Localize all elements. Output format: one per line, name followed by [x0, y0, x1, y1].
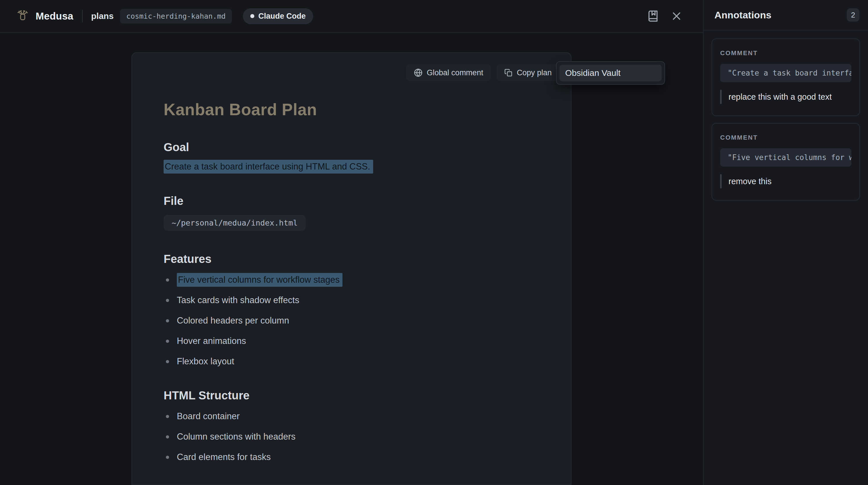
- document-title: Kanban Board Plan: [164, 100, 545, 119]
- app-title: Medusa: [36, 10, 73, 22]
- dropdown-item-obsidian-vault[interactable]: Obsidian Vault: [559, 65, 662, 81]
- save-to-vault-button[interactable]: [645, 8, 661, 24]
- agent-badge-label: Claude Code: [258, 12, 306, 21]
- goal-paragraph: Create a task board interface using HTML…: [164, 161, 545, 173]
- quoted-source-text: "Create a task board interfac…: [720, 64, 851, 82]
- annotations-header: Annotations 2: [704, 0, 868, 30]
- features-list: Five vertical columns for workflow stage…: [164, 274, 545, 367]
- document-actions: Global comment Copy plan: [132, 64, 559, 81]
- next-block-edge: [132, 484, 571, 485]
- globe-icon: [414, 68, 423, 77]
- list-item: Task cards with shadow effects: [164, 294, 545, 306]
- comment-card[interactable]: COMMENT "Five vertical columns for wo… r…: [712, 123, 860, 201]
- copy-icon: [504, 69, 513, 77]
- heading-features: Features: [164, 253, 545, 265]
- heading-goal: Goal: [164, 141, 545, 154]
- book-marked-icon: [647, 10, 659, 22]
- file-name-badge[interactable]: cosmic-herding-kahan.md: [120, 9, 232, 24]
- top-bar: Medusa plans cosmic-herding-kahan.md Cla…: [0, 0, 703, 33]
- medusa-logo-icon: [16, 9, 29, 23]
- content-area: Global comment Copy plan Kanban Board Pl…: [0, 33, 703, 485]
- topbar-divider: [82, 10, 83, 22]
- list-item: Board container: [164, 410, 545, 422]
- list-item: Colored headers per column: [164, 315, 545, 326]
- html-structure-list: Board container Column sections with hea…: [164, 410, 545, 463]
- annotations-panel: Annotations 2 COMMENT "Create a task boa…: [703, 0, 868, 485]
- app-root: Medusa plans cosmic-herding-kahan.md Cla…: [0, 0, 868, 485]
- comment-quote-bar: [720, 174, 722, 189]
- list-item: Hover animations: [164, 335, 545, 347]
- close-icon: [671, 11, 682, 22]
- plan-document: Global comment Copy plan Kanban Board Pl…: [131, 52, 571, 485]
- comment-type-label: COMMENT: [720, 134, 851, 141]
- global-comment-button[interactable]: Global comment: [406, 64, 491, 81]
- close-button[interactable]: [669, 8, 685, 24]
- file-path-code: ~/personal/medua/index.html: [164, 215, 306, 231]
- annotations-count-badge: 2: [847, 8, 859, 22]
- annotations-list: COMMENT "Create a task board interfac… r…: [704, 30, 868, 216]
- highlighted-goal-text[interactable]: Create a task board interface using HTML…: [164, 160, 373, 174]
- save-destination-dropdown: Obsidian Vault: [556, 61, 665, 85]
- file-path-line: ~/personal/medua/index.html: [164, 215, 545, 231]
- comment-text: replace this with a good text: [728, 90, 832, 104]
- heading-html-structure: HTML Structure: [164, 389, 545, 402]
- status-dot-icon: [250, 14, 254, 18]
- list-item: Column sections with headers: [164, 431, 545, 443]
- comment-body: replace this with a good text: [720, 90, 851, 104]
- breadcrumb-plans[interactable]: plans: [91, 11, 114, 21]
- comment-body: remove this: [720, 174, 851, 189]
- highlighted-feature-text[interactable]: Five vertical columns for workflow stage…: [177, 273, 342, 287]
- comment-card[interactable]: COMMENT "Create a task board interfac… r…: [712, 38, 860, 116]
- comment-quote-bar: [720, 90, 722, 104]
- copy-plan-label: Copy plan: [517, 68, 552, 77]
- main-area: Medusa plans cosmic-herding-kahan.md Cla…: [0, 0, 703, 485]
- copy-plan-button[interactable]: Copy plan: [497, 64, 559, 81]
- list-item: Flexbox layout: [164, 356, 545, 367]
- document-body: Kanban Board Plan Goal Create a task boa…: [132, 100, 571, 485]
- agent-badge: Claude Code: [243, 8, 313, 24]
- list-item: Five vertical columns for workflow stage…: [164, 274, 545, 286]
- list-item: Card elements for tasks: [164, 451, 545, 463]
- global-comment-label: Global comment: [427, 68, 484, 77]
- quoted-source-text: "Five vertical columns for wo…: [720, 148, 851, 167]
- annotations-title: Annotations: [714, 9, 847, 21]
- comment-text: remove this: [728, 174, 772, 189]
- heading-file: File: [164, 195, 545, 207]
- comment-type-label: COMMENT: [720, 50, 851, 57]
